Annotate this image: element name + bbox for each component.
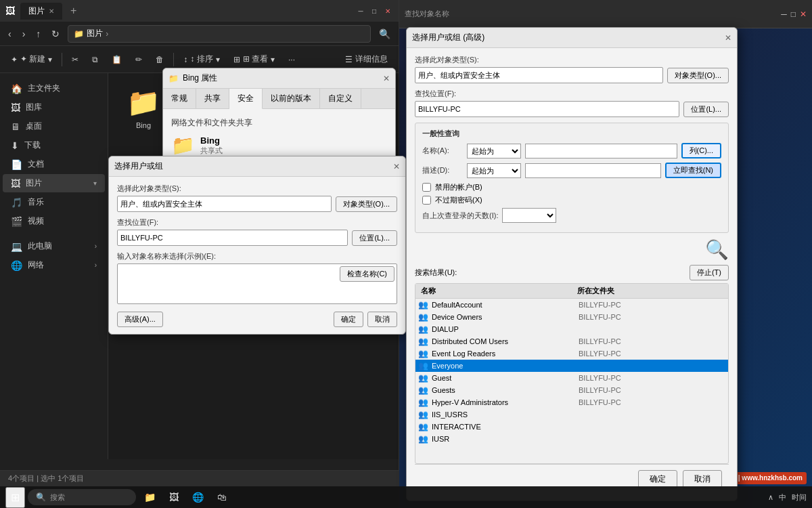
window-controls: ─ □ ✕: [355, 5, 393, 16]
name-condition-select[interactable]: 起始为 包含 精确匹配: [467, 144, 521, 158]
noexpiry-checkbox[interactable]: [422, 196, 431, 205]
new-btn[interactable]: ✦ ✦ 新建 ▾: [5, 51, 58, 68]
user-group-icon-11: 👥: [418, 422, 429, 431]
up-btn[interactable]: ↑: [33, 27, 43, 41]
sidebar-label-network: 网络: [28, 259, 44, 271]
adv-location-btn[interactable]: 位置(L)...: [683, 102, 729, 117]
maximize-btn[interactable]: □: [369, 5, 380, 16]
search-now-btn[interactable]: 立即查找(N): [665, 163, 721, 178]
location-label: 查找位置(F):: [117, 217, 397, 228]
details-btn[interactable]: ☰ 详细信息: [340, 51, 393, 68]
sidebar-item-gallery[interactable]: 🖼 图库: [3, 98, 105, 117]
sidebar-item-videos[interactable]: 🎬 视频: [3, 212, 105, 230]
location-btn[interactable]: 位置(L)...: [352, 230, 397, 246]
sidebar-item-documents[interactable]: 📄 文档: [3, 155, 105, 173]
user-group-icon-4: 👥: [418, 337, 429, 346]
advanced-btn[interactable]: 高级(A)...: [117, 312, 163, 327]
forward-btn[interactable]: ›: [20, 27, 28, 41]
obj-type-btn[interactable]: 对象类型(O)...: [336, 196, 397, 212]
result-row-guest[interactable]: 👥 Guest BILLYFU-PC: [415, 372, 728, 384]
close-btn[interactable]: ✕: [382, 5, 393, 16]
result-row-iisiusrs[interactable]: 👥 IIS_IUSRS: [415, 408, 728, 421]
taskbar-search-box[interactable]: 🔍 搜索: [28, 489, 136, 505]
adv-obj-type-input[interactable]: [415, 67, 663, 83]
sidebar-item-network[interactable]: 🌐 网络 ›: [3, 256, 105, 274]
adv-obj-type-btn[interactable]: 对象类型(O)...: [667, 68, 729, 83]
tab-custom[interactable]: 自定义: [320, 89, 361, 108]
user-group-icon-2: 👥: [418, 312, 429, 322]
start-btn[interactable]: ⊞: [5, 487, 25, 508]
sidebar-item-pictures[interactable]: 🖼 图片 ▾: [3, 174, 105, 192]
result-row-hyperv[interactable]: 👥 Hyper-V Administrators BILLYFU-PC: [415, 396, 728, 408]
address-path[interactable]: 📁 图片 ›: [68, 25, 371, 43]
sidebar-item-music[interactable]: 🎵 音乐: [3, 193, 105, 211]
right-max-btn[interactable]: □: [791, 9, 796, 19]
sidebar-item-downloads[interactable]: ⬇ 下载: [3, 136, 105, 154]
minimize-btn[interactable]: ─: [355, 5, 366, 16]
col-btn[interactable]: 列(C)...: [681, 143, 721, 158]
location-input[interactable]: [117, 230, 348, 246]
more-btn[interactable]: ···: [283, 52, 300, 67]
obj-type-input[interactable]: [117, 196, 332, 212]
sidebar-item-home[interactable]: 🏠 主文件夹: [3, 79, 105, 98]
result-row-deviceowners[interactable]: 👥 Device Owners BILLYFU-PC: [415, 311, 728, 323]
tab-general[interactable]: 常规: [163, 89, 196, 108]
desc-filter-row: 描述(D): 起始为 包含 立即查找(N): [422, 163, 721, 178]
disabled-checkbox[interactable]: [422, 183, 431, 192]
result-row-guests[interactable]: 👥 Guests BILLYFU-PC: [415, 384, 728, 396]
rename-btn[interactable]: ✏: [130, 52, 148, 67]
sidebar-item-thispc[interactable]: 💻 此电脑 ›: [3, 237, 105, 255]
bing-dialog-close[interactable]: ✕: [383, 74, 390, 83]
days-select[interactable]: [502, 208, 556, 223]
back-btn[interactable]: ‹: [5, 27, 14, 41]
result-row-everyone[interactable]: 👥 Everyone: [415, 360, 728, 372]
tab-security[interactable]: 安全: [229, 89, 263, 109]
stop-btn[interactable]: 停止(T): [690, 265, 729, 280]
paste-btn[interactable]: 📋: [106, 52, 127, 67]
result-row-distributed[interactable]: 👥 Distributed COM Users BILLYFU-PC: [415, 335, 728, 347]
tab-share[interactable]: 共享: [196, 89, 229, 108]
explorer-tab[interactable]: 图片 ✕: [20, 3, 62, 20]
check-names-btn[interactable]: 检查名称(C): [340, 266, 394, 282]
small-cancel-btn[interactable]: 取消: [367, 312, 397, 327]
taskbar-app-edge[interactable]: 🌐: [187, 489, 209, 505]
name-filter-input[interactable]: [525, 144, 677, 158]
adv-dialog-close[interactable]: ✕: [725, 33, 731, 43]
new-tab-btn[interactable]: +: [70, 5, 76, 17]
user-group-icon-9: 👥: [418, 398, 429, 407]
bing-dialog-title: Bing 属性: [183, 72, 379, 84]
view-btn[interactable]: ⊞ ⊞ 查看 ▾: [228, 51, 280, 68]
adv-location-input[interactable]: [415, 101, 679, 117]
small-ok-btn[interactable]: 确定: [334, 312, 363, 327]
result-row-interactive[interactable]: 👥 INTERACTIVE: [415, 421, 728, 433]
taskbar-app-photo[interactable]: 🖼: [164, 489, 184, 505]
select-user-close[interactable]: ✕: [393, 162, 400, 171]
refresh-btn[interactable]: ↻: [49, 27, 62, 41]
search-results-area: 名称 所在文件夹 👥 DefaultAccount BILLYFU-PC 👥 D…: [415, 283, 729, 464]
result-row-dialup[interactable]: 👥 DIALUP: [415, 323, 728, 335]
adv-cancel-btn[interactable]: 取消: [683, 470, 722, 488]
result-row-defaultaccount[interactable]: 👥 DefaultAccount BILLYFU-PC: [415, 299, 728, 311]
cut-btn[interactable]: ✂: [66, 52, 84, 67]
obj-type-row: 对象类型(O)...: [117, 196, 397, 212]
tab-previous[interactable]: 以前的版本: [263, 89, 320, 108]
videos-icon: 🎬: [11, 216, 22, 227]
sidebar-item-desktop[interactable]: 🖥 桌面: [3, 117, 105, 135]
desc-condition-select[interactable]: 起始为 包含: [467, 163, 521, 178]
delete-btn[interactable]: 🗑: [150, 52, 169, 67]
right-close-btn[interactable]: ✕: [800, 9, 807, 19]
search-btn[interactable]: 🔍: [376, 27, 393, 41]
desc-filter-input[interactable]: [525, 163, 661, 178]
taskbar-app-store[interactable]: 🛍: [212, 489, 232, 505]
bing-folder-type: 共享式: [200, 146, 223, 156]
enter-label: 输入对象名称来选择(示例)(E):: [117, 251, 397, 261]
adv-ok-btn[interactable]: 确定: [638, 470, 677, 488]
right-min-btn[interactable]: ─: [781, 9, 787, 19]
result-row-iusr[interactable]: 👥 IUSR: [415, 433, 728, 444]
result-row-eventlog[interactable]: 👥 Event Log Readers BILLYFU-PC: [415, 347, 728, 360]
new-chevron: ▾: [48, 55, 52, 64]
taskbar-app-explorer[interactable]: 📁: [139, 489, 161, 505]
tab-close-btn[interactable]: ✕: [49, 7, 54, 15]
sort-btn[interactable]: ↕ ↕ 排序 ▾: [178, 51, 225, 68]
copy-btn[interactable]: ⧉: [87, 52, 104, 67]
